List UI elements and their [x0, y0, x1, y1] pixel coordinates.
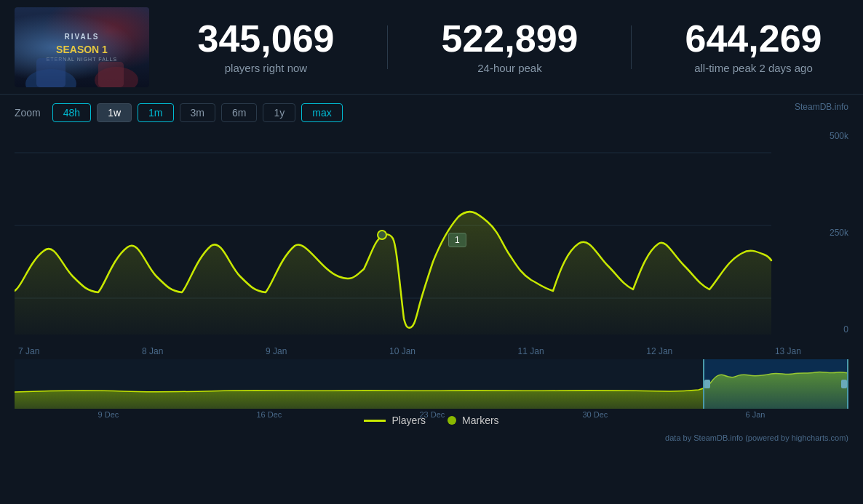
legend-players-line [364, 420, 386, 422]
game-logo-rivals: RIVALS [65, 33, 100, 41]
x-label-7jan: 7 Jan [18, 346, 39, 356]
y-axis-labels: 500k 250k 0 [808, 131, 848, 335]
mini-x-16dec: 16 Dec [256, 410, 282, 419]
svg-rect-14 [841, 380, 847, 388]
svg-rect-11 [703, 359, 704, 409]
mini-x-9dec: 9 Dec [98, 410, 119, 419]
x-axis-labels: 7 Jan 8 Jan 9 Jan 10 Jan 11 Jan 12 Jan 1… [15, 346, 805, 356]
zoom-48h-button[interactable]: 48h [52, 103, 91, 122]
zoom-max-button[interactable]: max [301, 103, 342, 122]
mini-chart[interactable] [15, 359, 848, 409]
peak-24h-value: 522,899 [442, 20, 578, 57]
alltime-peak-stat: 644,269 all-time peak 2 days ago [685, 20, 822, 74]
svg-rect-3 [98, 62, 124, 87]
y-label-250k: 250k [830, 228, 848, 238]
x-label-8jan: 8 Jan [142, 346, 163, 356]
zoom-1m-button[interactable]: 1m [138, 103, 173, 122]
x-label-12jan: 12 Jan [646, 346, 672, 356]
mini-x-6jan: 6 Jan [745, 410, 765, 419]
zoom-label: Zoom [15, 107, 41, 119]
svg-rect-2 [36, 58, 65, 87]
mini-x-30dec: 30 Dec [582, 410, 608, 419]
svg-rect-12 [847, 359, 848, 409]
stats-container: 345,069 players right now 522,899 24-hou… [171, 20, 848, 74]
svg-point-8 [378, 231, 386, 239]
zoom-controls: Zoom 48h 1w 1m 3m 6m 1y max [0, 95, 863, 131]
current-players-label: players right now [198, 62, 335, 74]
mini-chart-svg [15, 359, 848, 409]
steamdb-watermark: SteamDB.info [795, 102, 848, 112]
mini-chart-wrapper[interactable]: 9 Dec 16 Dec 23 Dec 30 Dec 6 Jan [15, 359, 848, 409]
zoom-3m-button[interactable]: 3m [180, 103, 215, 122]
zoom-1y-button[interactable]: 1y [263, 103, 295, 122]
mini-x-axis: 9 Dec 16 Dec 23 Dec 30 Dec 6 Jan [15, 410, 848, 419]
x-label-9jan: 9 Jan [266, 346, 287, 356]
peak-24h-stat: 522,899 24-hour peak [442, 20, 578, 74]
stat-divider-1 [387, 25, 388, 69]
x-label-11jan: 11 Jan [518, 346, 544, 356]
svg-rect-13 [704, 380, 710, 388]
y-label-0: 0 [843, 324, 848, 335]
main-chart[interactable]: 500k 250k 0 1 7 Jan 8 Jan 9 Jan 10 Jan 1… [15, 131, 848, 356]
page-header: RIVALS SEASON 1 ETERNAL NIGHT FALLS 345,… [0, 0, 863, 95]
svg-rect-10 [703, 359, 848, 409]
current-players-stat: 345,069 players right now [198, 20, 335, 74]
zoom-1w-button[interactable]: 1w [97, 103, 132, 122]
game-thumbnail: RIVALS SEASON 1 ETERNAL NIGHT FALLS [15, 7, 149, 87]
stat-divider-2 [631, 25, 632, 69]
x-label-10jan: 10 Jan [389, 346, 415, 356]
peak-24h-label: 24-hour peak [442, 62, 578, 74]
main-chart-wrapper: 500k 250k 0 1 7 Jan 8 Jan 9 Jan 10 Jan 1… [15, 131, 848, 356]
x-label-13jan: 13 Jan [775, 346, 801, 356]
zoom-6m-button[interactable]: 6m [221, 103, 257, 122]
main-chart-svg [15, 131, 815, 335]
y-label-500k: 500k [830, 131, 848, 141]
alltime-peak-label: all-time peak 2 days ago [685, 62, 822, 74]
mini-x-23dec: 23 Dec [419, 410, 445, 419]
chart-tooltip: 1 [448, 233, 466, 247]
data-attribution: data by SteamDB.info (powered by highcha… [0, 432, 863, 444]
alltime-peak-value: 644,269 [685, 20, 822, 57]
current-players-value: 345,069 [198, 20, 335, 57]
